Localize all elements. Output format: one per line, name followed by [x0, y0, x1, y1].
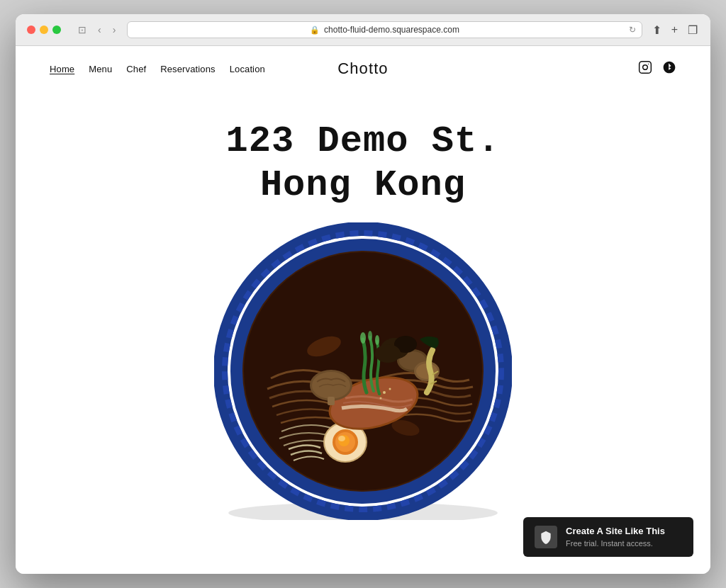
svg-point-1: [643, 64, 648, 69]
browser-actions: ⬆ + ❐: [651, 22, 699, 38]
hero-title-line2: Hong Kong: [226, 164, 501, 208]
toast-title: Create A Site Like This: [566, 526, 665, 538]
sidebar-toggle-button[interactable]: ⊡: [75, 23, 89, 36]
yelp-icon[interactable]: [662, 60, 676, 78]
svg-point-36: [380, 397, 382, 399]
svg-point-20: [368, 331, 372, 341]
toast-subtitle: Free trial. Instant access.: [566, 538, 665, 548]
share-button[interactable]: ⬆: [651, 22, 663, 38]
back-button[interactable]: ‹: [95, 23, 104, 36]
nav-chef[interactable]: Chef: [126, 64, 146, 74]
ramen-bowl-image: [214, 222, 512, 520]
hero-text: 123 Demo St. Hong Kong: [212, 91, 515, 222]
close-button[interactable]: [27, 26, 35, 34]
nav-home[interactable]: Home: [50, 64, 74, 74]
svg-rect-24: [328, 397, 335, 405]
url-text: chotto-fluid-demo.squarespace.com: [324, 25, 459, 35]
svg-rect-0: [640, 61, 652, 73]
site-title-container: Chotto: [337, 60, 388, 78]
squarespace-logo-icon: [535, 526, 557, 548]
nav-menu[interactable]: Menu: [89, 64, 112, 74]
nav-social-icons: [638, 60, 676, 78]
nav-reservations[interactable]: Reservations: [160, 64, 215, 74]
navigation: Home Menu Chef Reservations Location Cho…: [16, 46, 710, 91]
browser-window: ⊡ ‹ › 🔒 chotto-fluid-demo.squarespace.co…: [16, 14, 710, 574]
browser-controls: ⊡ ‹ ›: [75, 23, 118, 36]
instagram-icon[interactable]: [638, 60, 652, 78]
windows-button[interactable]: ❐: [686, 22, 699, 38]
browser-chrome: ⊡ ‹ › 🔒 chotto-fluid-demo.squarespace.co…: [16, 14, 710, 46]
svg-point-16: [338, 436, 345, 441]
minimize-button[interactable]: [40, 26, 48, 34]
nav-location[interactable]: Location: [230, 64, 265, 74]
lock-icon: 🔒: [310, 26, 320, 35]
svg-point-31: [375, 344, 401, 363]
svg-point-2: [648, 63, 649, 64]
nav-links: Home Menu Chef Reservations Location: [50, 64, 265, 74]
svg-point-19: [360, 332, 366, 344]
maximize-button[interactable]: [52, 26, 61, 34]
svg-point-35: [389, 388, 391, 390]
svg-point-34: [383, 391, 386, 394]
forward-button[interactable]: ›: [110, 23, 119, 36]
hero-title-line1: 123 Demo St.: [226, 120, 501, 164]
new-tab-button[interactable]: +: [670, 22, 679, 38]
svg-point-21: [375, 335, 379, 345]
refresh-icon[interactable]: ↻: [629, 25, 636, 35]
toast-notification[interactable]: Create A Site Like This Free trial. Inst…: [523, 517, 693, 557]
website-content: Home Menu Chef Reservations Location Cho…: [16, 46, 710, 574]
hero-section: 123 Demo St. Hong Kong: [16, 91, 710, 574]
address-bar[interactable]: 🔒 chotto-fluid-demo.squarespace.com ↻: [127, 21, 642, 38]
traffic-lights: [27, 26, 61, 34]
site-title: Chotto: [337, 60, 388, 77]
toast-text: Create A Site Like This Free trial. Inst…: [566, 526, 665, 548]
